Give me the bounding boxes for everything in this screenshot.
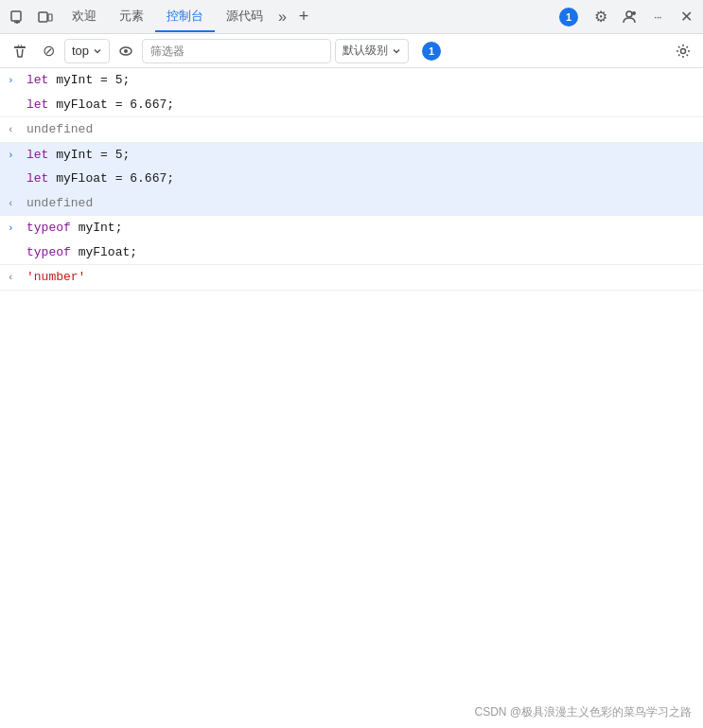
svg-rect-3 bbox=[39, 12, 47, 22]
tab-elements[interactable]: 元素 bbox=[108, 2, 155, 32]
svg-point-5 bbox=[626, 11, 632, 17]
toolbar-settings-button[interactable] bbox=[671, 39, 695, 63]
context-chevron-icon bbox=[93, 46, 102, 56]
output-value-2: undefined bbox=[26, 194, 93, 213]
console-line-typeof: › typeof myInt; bbox=[0, 216, 703, 240]
toolbar: ⊘ top 默认级别 1 bbox=[0, 34, 703, 68]
clear-console-button[interactable] bbox=[8, 39, 32, 63]
console-line-cont: let myFloat = 6.667; bbox=[0, 93, 703, 117]
level-chevron-icon bbox=[392, 46, 401, 56]
no-symbol-button[interactable]: ⊘ bbox=[36, 39, 61, 63]
input-chevron-icon-2: › bbox=[8, 148, 21, 164]
svg-line-8 bbox=[18, 44, 19, 46]
console-entry-2: ‹ undefined bbox=[0, 117, 703, 143]
code-line: typeof myFloat; bbox=[26, 243, 137, 262]
tab-items: 欢迎 元素 控制台 源代码 » + bbox=[61, 2, 550, 32]
console-entry-3-highlighted: › let myInt = 5; let myFloat = 6.667; ‹ … bbox=[0, 143, 703, 217]
svg-rect-4 bbox=[48, 14, 52, 21]
tab-more-icon[interactable]: » bbox=[274, 5, 290, 29]
tab-console[interactable]: 控制台 bbox=[155, 2, 215, 32]
console-output: › let myInt = 5; let myFloat = 6.667; ‹ … bbox=[0, 68, 703, 728]
tab-bar: 欢迎 元素 控制台 源代码 » + 1 ⚙ ··· ✕ bbox=[0, 0, 703, 34]
svg-point-12 bbox=[681, 48, 686, 53]
settings-icon[interactable]: ⚙ bbox=[588, 4, 614, 30]
console-line-typeof-cont: typeof myFloat; bbox=[0, 240, 703, 265]
input-chevron-icon: › bbox=[8, 73, 21, 89]
console-entry-6: ‹ 'number' bbox=[0, 265, 703, 291]
device-toggle-icon[interactable] bbox=[32, 4, 59, 30]
level-label: 默认级别 bbox=[343, 43, 388, 59]
footer: CSDN @极具浪漫主义色彩的菜鸟学习之路 bbox=[474, 704, 692, 720]
console-entry-1: › let myInt = 5; let myFloat = 6.667; bbox=[0, 68, 703, 117]
toolbar-issues-badge[interactable]: 1 bbox=[414, 38, 448, 64]
output-chevron-icon: ‹ bbox=[8, 122, 21, 138]
code-line: typeof myInt; bbox=[26, 219, 122, 238]
output-value: undefined bbox=[26, 120, 93, 139]
tab-sources[interactable]: 源代码 bbox=[215, 2, 274, 32]
console-area: › let myInt = 5; let myFloat = 6.667; ‹ … bbox=[0, 68, 703, 728]
eye-toggle-button[interactable] bbox=[114, 39, 138, 63]
context-label: top bbox=[72, 44, 89, 58]
tab-bar-left bbox=[4, 4, 59, 30]
svg-line-9 bbox=[21, 44, 22, 46]
code-line: let myInt = 5; bbox=[26, 71, 130, 90]
console-line: › let myInt = 5; bbox=[0, 68, 703, 93]
output-chevron-icon-2: ‹ bbox=[8, 196, 21, 212]
close-devtools-button[interactable]: ✕ bbox=[673, 4, 699, 30]
svg-rect-7 bbox=[14, 46, 26, 48]
console-output-string-line: ‹ 'number' bbox=[0, 265, 703, 290]
log-level-selector[interactable]: 默认级别 bbox=[335, 39, 409, 63]
tab-bar-right: 1 ⚙ ··· ✕ bbox=[552, 4, 699, 30]
console-output-line: ‹ undefined bbox=[0, 117, 703, 142]
output-string-value: 'number' bbox=[26, 268, 85, 287]
code-line: let myFloat = 6.667; bbox=[26, 96, 174, 115]
code-line: let myFloat = 6.667; bbox=[26, 169, 174, 188]
issues-count-badge: 1 bbox=[559, 8, 578, 27]
add-tab-button[interactable]: + bbox=[290, 4, 317, 30]
tab-welcome[interactable]: 欢迎 bbox=[61, 2, 108, 32]
svg-point-11 bbox=[124, 49, 128, 53]
svg-point-6 bbox=[632, 11, 636, 15]
filter-input[interactable] bbox=[142, 39, 331, 63]
code-line: let myInt = 5; bbox=[26, 146, 130, 165]
console-line-highlighted-cont: let myFloat = 6.667; bbox=[0, 167, 703, 191]
inspect-icon[interactable] bbox=[4, 4, 30, 30]
toolbar-issues-count: 1 bbox=[422, 42, 441, 61]
more-options-icon[interactable]: ··· bbox=[644, 4, 671, 30]
issues-badge-button[interactable]: 1 bbox=[552, 4, 586, 30]
console-output-line-highlighted: ‹ undefined bbox=[0, 191, 703, 216]
svg-rect-0 bbox=[11, 11, 21, 21]
console-entry-5: › typeof myInt; typeof myFloat; bbox=[0, 216, 703, 265]
footer-text: CSDN @极具浪漫主义色彩的菜鸟学习之路 bbox=[474, 705, 692, 719]
context-selector[interactable]: top bbox=[64, 39, 110, 63]
console-line-highlighted: › let myInt = 5; bbox=[0, 143, 703, 168]
people-icon[interactable] bbox=[616, 4, 642, 30]
output-chevron-icon-3: ‹ bbox=[8, 270, 21, 286]
input-chevron-icon-3: › bbox=[8, 221, 21, 237]
